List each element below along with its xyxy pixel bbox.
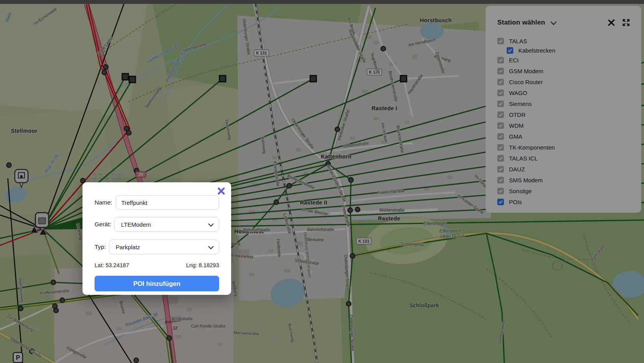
top-bar xyxy=(0,0,644,4)
lng-value: Lng: 8.18293 xyxy=(186,262,219,268)
lat-value: Lat: 53.24187 xyxy=(95,262,129,268)
typ-select[interactable]: Parkplatz xyxy=(109,240,219,254)
select-chevron-icon xyxy=(208,221,214,226)
close-icon xyxy=(217,187,225,195)
poi-submit-button[interactable]: POI hinzufügen xyxy=(95,276,219,291)
modal-close-button[interactable] xyxy=(216,186,226,196)
geraet-selected-value: LTEModem xyxy=(115,221,151,228)
typ-selected-value: Parkplatz xyxy=(109,244,140,250)
select-chevron-icon xyxy=(208,243,214,249)
modal-backdrop[interactable] xyxy=(0,0,644,363)
app-root: PK 131K 133K 13129StellmoorRastede IRast… xyxy=(0,0,644,363)
geraet-select[interactable]: LTEModem xyxy=(114,217,219,232)
add-poi-modal: Name: Gerät: LTEModem Typ: Parkplatz Lat… xyxy=(82,182,231,295)
typ-label: Typ: xyxy=(95,243,106,250)
geraet-label: Gerät: xyxy=(95,221,111,228)
name-label: Name: xyxy=(95,199,112,206)
name-input[interactable] xyxy=(116,196,219,210)
